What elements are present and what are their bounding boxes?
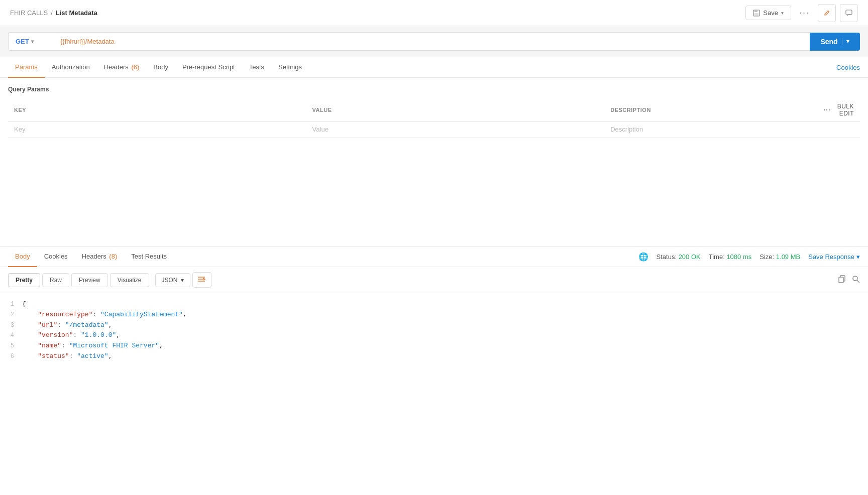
pretty-button[interactable]: Pretty [8,273,40,287]
json-line-5: 5 "name": "Microsoft FHIR Server", [0,341,868,351]
tab-settings[interactable]: Settings [271,57,309,78]
preview-button[interactable]: Preview [71,273,108,287]
search-icon [852,275,860,283]
breadcrumb-separator: / [51,9,53,17]
comment-button[interactable] [840,4,858,22]
send-button[interactable]: Send ▾ [810,33,860,51]
raw-button[interactable]: Raw [42,273,69,287]
json-body: 1 { 2 "resourceType": "CapabilityStateme… [0,293,868,368]
top-actions: Save ▾ ··· [745,4,858,22]
params-section: Query Params KEY VALUE DESCRIPTION ··· B… [0,78,868,146]
res-tab-test-results[interactable]: Test Results [124,246,174,267]
top-bar: FHIR CALLS / List Metadata Save ▾ ··· [0,0,868,26]
method-label: GET [16,38,29,45]
format-chevron: ▾ [181,277,184,284]
tab-pre-request[interactable]: Pre-request Script [175,57,242,78]
col-more-icon[interactable]: ··· [823,106,831,114]
svg-rect-1 [754,10,757,12]
res-tab-body[interactable]: Body [8,246,37,267]
save-chevron: ▾ [781,10,784,16]
res-tab-cookies[interactable]: Cookies [37,246,75,267]
time-label: Time: 1080 ms [709,253,752,261]
col-description: DESCRIPTION [604,99,817,121]
method-selector[interactable]: GET ▾ [8,32,53,51]
value-cell: Value [306,121,605,138]
tab-params[interactable]: Params [8,57,45,78]
edit-button[interactable] [818,4,836,22]
save-icon [753,10,760,17]
size-value: 1.09 MB [776,253,800,261]
comment-icon [845,10,852,17]
copy-button[interactable] [838,275,846,285]
json-line-4: 4 "version": "1.0.0.0", [0,330,868,341]
pencil-icon [823,10,830,17]
more-options-button[interactable]: ··· [795,5,814,21]
description-cell: Description [604,121,817,138]
svg-point-9 [853,276,857,281]
tab-tests[interactable]: Tests [242,57,271,78]
visualize-button[interactable]: Visualize [110,273,149,287]
table-row: Key Value Description [8,121,860,138]
row-actions-cell [817,121,860,138]
col-key: KEY [8,99,306,121]
save-response-chevron: ▾ [856,253,860,261]
empty-space [0,146,868,246]
key-cell: Key [8,121,306,138]
svg-rect-8 [839,277,843,283]
cookies-link[interactable]: Cookies [836,64,860,71]
svg-rect-2 [754,13,758,16]
json-line-3: 3 "url": "/metadata", [0,320,868,331]
params-table: KEY VALUE DESCRIPTION ··· Bulk Edit Key … [8,99,860,138]
col-value: VALUE [306,99,605,121]
bulk-edit-button[interactable]: Bulk Edit [835,103,854,117]
send-chevron: ▾ [842,38,849,45]
search-button[interactable] [852,275,860,285]
svg-rect-3 [846,10,852,15]
svg-line-10 [857,280,859,283]
request-tabs: Params Authorization Headers (6) Body Pr… [0,57,868,78]
status-value: 200 OK [679,253,701,261]
query-params-title: Query Params [8,86,860,93]
save-button[interactable]: Save ▾ [745,6,791,20]
method-chevron: ▾ [31,39,34,44]
format-toolbar: Pretty Raw Preview Visualize JSON ▾ [0,267,868,293]
json-line-6: 6 "status": "active", [0,351,868,362]
copy-icon [838,275,846,283]
save-response-button[interactable]: Save Response ▾ [808,253,860,261]
breadcrumb: FHIR CALLS / List Metadata [10,9,97,17]
size-label: Size: 1.09 MB [759,253,800,261]
breadcrumb-current: List Metadata [56,9,97,17]
status-label: Status: 200 OK [657,253,701,261]
url-bar: GET ▾ Send ▾ [0,26,868,57]
tab-body[interactable]: Body [146,57,175,78]
wrap-button[interactable] [192,272,211,288]
format-selector[interactable]: JSON ▾ [155,273,190,287]
time-value: 1080 ms [726,253,751,261]
breadcrumb-collection[interactable]: FHIR CALLS [10,9,48,17]
json-line-2: 2 "resourceType": "CapabilityStatement", [0,310,868,320]
wrap-icon [198,276,206,283]
tab-authorization[interactable]: Authorization [45,57,97,78]
res-tab-headers[interactable]: Headers (8) [75,246,125,267]
response-tabs: Body Cookies Headers (8) Test Results 🌐 … [0,246,868,267]
globe-icon: 🌐 [638,252,648,262]
right-icons [838,275,860,285]
url-input[interactable] [53,32,810,51]
tab-headers[interactable]: Headers (6) [97,57,147,78]
json-line-1: 1 { [0,299,868,310]
col-actions-header: ··· Bulk Edit [817,99,860,121]
response-meta: 🌐 Status: 200 OK Time: 1080 ms Size: 1.0… [638,252,860,262]
